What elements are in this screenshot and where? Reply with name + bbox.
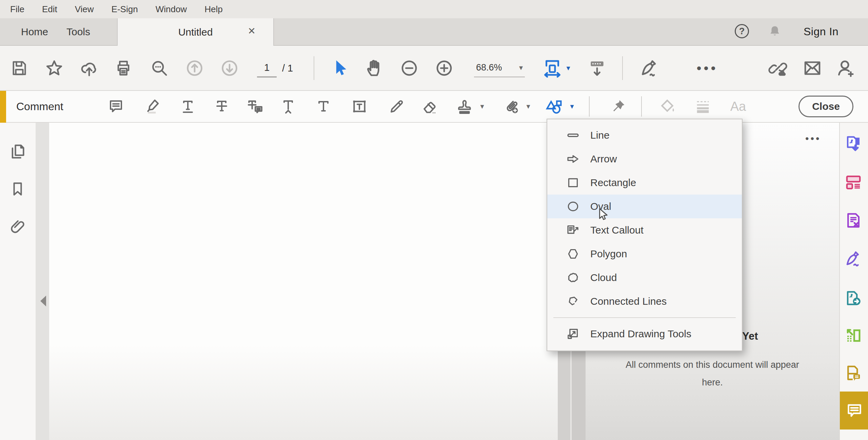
menu-item-text-callout[interactable]: Text Callout [547,218,742,242]
chevron-down-icon[interactable]: ▾ [566,64,570,72]
arrow-icon [566,152,580,166]
star-icon[interactable] [45,59,63,77]
drawing-tools-icon[interactable] [545,98,563,115]
close-tab-icon[interactable]: ✕ [248,26,256,36]
sticky-note-icon[interactable] [108,98,124,115]
add-text-comment-icon[interactable] [315,98,332,115]
menu-item-oval[interactable]: Oval [547,195,742,218]
send-for-review-icon[interactable] [844,289,863,307]
right-tools-pane [839,123,868,440]
close-comment-toolbar-button[interactable]: Close [798,96,853,117]
sign-in-button[interactable]: Sign In [804,18,839,45]
export-pdf-icon[interactable] [844,134,863,153]
replace-text-icon[interactable] [246,98,263,115]
stamp-icon[interactable] [456,98,473,115]
connected-lines-icon [566,295,580,308]
menu-bar: File Edit View E-Sign Window Help [0,0,868,18]
oval-icon [566,200,580,213]
insert-text-icon[interactable] [280,98,296,115]
comment-toolbar-title: Comment [16,100,63,113]
tab-tools[interactable]: Tools [66,18,90,45]
menu-view[interactable]: View [75,4,94,15]
fit-width-icon[interactable] [543,59,562,78]
page-total-label: / 1 [282,62,293,74]
highlight-text-icon[interactable] [145,98,162,115]
attach-file-icon[interactable] [503,98,520,115]
organize-pages-icon[interactable] [844,326,863,345]
line-icon [566,128,580,142]
collapse-pane-icon[interactable] [40,296,46,306]
page-thumbnails-icon[interactable] [9,143,26,160]
menu-separator [553,317,736,318]
acrobat-window: File Edit View E-Sign Window Help Home T… [0,0,868,440]
menu-window[interactable]: Window [156,4,187,15]
fill-and-sign-icon[interactable] [844,249,863,268]
zoom-level-combobox[interactable]: 68.6% ▾ [474,59,525,77]
comment-accent-strip [0,91,6,123]
menu-item-rectangle[interactable]: Rectangle [547,171,742,195]
print-icon[interactable] [115,59,132,77]
drawing-tools-menu: Line Arrow Rectangle Oval Text Callout [547,119,743,351]
convert-pdf-icon[interactable] [844,211,863,229]
polygon-icon [566,247,580,261]
page-number-input[interactable]: 1 [257,59,277,77]
rectangle-icon [566,176,580,189]
comments-panel-options-icon[interactable]: ••• [805,133,821,144]
page-scrolling-icon[interactable] [588,59,607,78]
chevron-down-icon[interactable]: ▾ [570,103,574,110]
text-callout-icon [566,223,580,237]
menu-item-polygon[interactable]: Polygon [547,242,742,266]
edit-pdf-icon[interactable] [844,173,863,191]
menu-item-expand-drawing-tools[interactable]: Expand Drawing Tools [547,322,742,346]
add-account-icon[interactable] [835,58,855,78]
menu-item-connected-lines[interactable]: Connected Lines [547,289,742,313]
menu-edit[interactable]: Edit [42,4,57,15]
attachments-icon[interactable] [9,219,26,236]
fill-color-icon [659,98,676,115]
email-icon[interactable] [803,59,822,78]
keep-tool-selected-pin-icon[interactable] [610,98,626,115]
comments-tool-active[interactable] [840,392,868,429]
share-link-icon[interactable] [768,59,787,78]
notifications-bell-icon[interactable] [767,24,782,39]
select-tool-icon[interactable] [331,59,349,77]
comments-panel-message: All comments on this document will appea… [586,356,839,391]
more-tools-icon[interactable]: ••• [696,60,718,76]
tab-document[interactable]: Untitled ✕ [117,18,274,46]
chevron-down-icon: ▾ [519,64,523,72]
cloud-icon [566,271,580,284]
main-toolbar: 1 / 1 68.6% ▾ ▾ ••• [0,46,868,91]
comment-toolbar: Comment [0,91,868,123]
text-style-icon: Aa [730,99,746,114]
zoom-out-icon[interactable] [400,59,419,78]
strikethrough-text-icon[interactable] [214,98,230,115]
chevron-down-icon[interactable]: ▾ [480,103,484,110]
erase-icon[interactable] [421,98,438,115]
draw-free-form-icon[interactable] [389,98,405,115]
menu-item-arrow[interactable]: Arrow [547,147,742,171]
zoom-level-value: 68.6% [476,62,502,73]
underline-text-icon[interactable] [180,98,196,115]
cloud-upload-icon[interactable] [80,59,98,77]
sign-icon[interactable] [640,58,659,78]
pane-divider[interactable] [36,123,49,440]
help-icon[interactable]: ? [735,24,749,38]
menu-file[interactable]: File [10,4,24,15]
hand-tool-icon[interactable] [365,59,384,78]
previous-page-icon [185,59,204,78]
menu-help[interactable]: Help [204,4,222,15]
left-navigation-pane [0,123,36,440]
save-icon[interactable] [11,59,28,77]
request-comments-icon[interactable] [844,364,863,382]
pdf-page[interactable] [49,123,558,440]
menu-esign[interactable]: E-Sign [112,4,138,15]
menu-item-cloud[interactable]: Cloud [547,266,742,289]
next-page-icon [220,59,239,78]
text-box-icon[interactable] [351,98,368,115]
menu-item-line[interactable]: Line [547,123,742,147]
zoom-in-icon[interactable] [435,59,454,78]
tab-home[interactable]: Home [21,18,48,45]
bookmarks-icon[interactable] [9,181,26,198]
chevron-down-icon[interactable]: ▾ [526,103,530,110]
find-icon[interactable] [150,59,169,77]
